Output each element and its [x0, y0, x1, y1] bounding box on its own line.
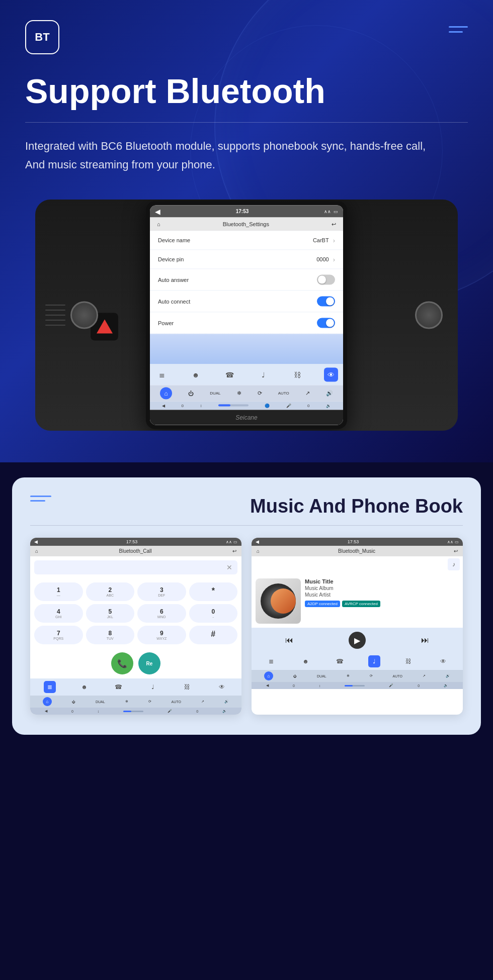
- home-btn[interactable]: ⌂: [160, 387, 172, 399]
- dial-key-5[interactable]: 5JKL: [86, 604, 135, 623]
- music-car-ctrl: ⌂ ⏻ DUAL ❄ ⟳ AUTO ↗ 🔊: [252, 670, 463, 682]
- call-snowflake-icon[interactable]: ❄: [125, 700, 128, 704]
- next-btn[interactable]: ⏭: [417, 632, 433, 648]
- call-home-btn[interactable]: ⌂: [43, 697, 52, 706]
- music-ac-icon[interactable]: ⟳: [370, 674, 373, 678]
- dial-key-9[interactable]: 9WXYZ: [137, 626, 186, 644]
- music-nav-person[interactable]: ☻: [299, 655, 311, 667]
- prev-btn[interactable]: ⏮: [281, 632, 297, 648]
- call-nav-link[interactable]: ⛓: [181, 681, 193, 693]
- power-toggle[interactable]: [317, 318, 335, 328]
- call-nav-phone[interactable]: ☎: [113, 681, 125, 693]
- nav-home-icon[interactable]: ⌂: [157, 221, 160, 227]
- call-nav-music[interactable]: ♩: [147, 681, 159, 693]
- dial-key-6[interactable]: 6MNO: [137, 604, 186, 623]
- music-vol-down[interactable]: 🔉: [444, 683, 448, 688]
- call-nav-person[interactable]: ☻: [78, 681, 90, 693]
- device-name-label: Device name: [158, 237, 190, 243]
- auto-answer-toggle[interactable]: [317, 274, 335, 284]
- nav-icon-eye[interactable]: 👁: [324, 367, 338, 381]
- call-fan-icon[interactable]: ↗: [201, 700, 204, 704]
- call-progress[interactable]: [123, 711, 143, 712]
- hamburger-menu[interactable]: [449, 20, 468, 33]
- vol-down-icon[interactable]: 🔉: [326, 403, 331, 408]
- call-home-icon[interactable]: ⌂: [35, 548, 38, 554]
- music-note-btn[interactable]: ♪: [448, 558, 460, 570]
- music-fan-icon[interactable]: ↗: [423, 674, 426, 678]
- screen-back-arrow[interactable]: ◀: [155, 207, 160, 215]
- dial-key-8[interactable]: 8TUV: [86, 626, 135, 644]
- dial-key-3[interactable]: 3DEF: [137, 582, 186, 601]
- call-vol-down[interactable]: 🔉: [222, 709, 227, 713]
- call-vol-icon[interactable]: 🔊: [224, 700, 229, 704]
- slider-progress[interactable]: [218, 405, 249, 407]
- music-snowflake-icon[interactable]: ❄: [347, 674, 350, 678]
- dial-key-4[interactable]: 4GHI: [34, 604, 83, 623]
- right-knob[interactable]: [415, 301, 443, 329]
- music-hamburger[interactable]: [30, 496, 51, 502]
- call-redial-btn[interactable]: Re: [138, 652, 160, 674]
- call-power-icon[interactable]: ⏻: [72, 700, 75, 704]
- ac-ctrl[interactable]: ⟳: [258, 390, 262, 397]
- call-back-icon[interactable]: ↩: [232, 548, 236, 554]
- music-back-arrow[interactable]: ◀: [256, 539, 259, 544]
- mic-icon[interactable]: 🎤: [286, 403, 291, 408]
- music-nav-link[interactable]: ⛓: [402, 655, 415, 667]
- bt-settings-list: Device name CarBT › Device pin 0000: [150, 231, 343, 334]
- music-home-icon[interactable]: ⌂: [257, 548, 260, 554]
- music-back-icon[interactable]: ↩: [454, 548, 458, 554]
- auto-connect-row[interactable]: Auto connect: [150, 290, 343, 312]
- power-row[interactable]: Power: [150, 312, 343, 334]
- dial-key-2[interactable]: 2ABC: [86, 582, 135, 601]
- call-nav-grid[interactable]: ≣: [44, 681, 56, 693]
- play-btn[interactable]: ▶: [349, 632, 366, 649]
- auto-connect-toggle[interactable]: [317, 296, 335, 306]
- dial-key-star[interactable]: *: [189, 582, 238, 601]
- call-answer-btn[interactable]: 📞: [111, 652, 133, 674]
- nav-icon-person[interactable]: ☻: [189, 367, 203, 381]
- dial-key-0[interactable]: 0-: [189, 604, 238, 623]
- music-nav-grid[interactable]: ≣: [265, 655, 277, 667]
- music-progress[interactable]: [345, 685, 365, 687]
- left-vent: [45, 285, 65, 345]
- call-status-icons: ∧∧ ▭: [226, 540, 237, 544]
- nav-icon-phone[interactable]: ☎: [222, 367, 236, 381]
- call-bottom-nav: ≣ ☻ ☎ ♩ ⛓ 👁: [30, 678, 241, 696]
- call-screen: ◀ 17:53 ∧∧ ▭ ⌂ Bluetooth_Call ↩ ✕ 1— 2AB…: [30, 538, 241, 715]
- call-back-arrow[interactable]: ◀: [34, 539, 38, 544]
- left-knob[interactable]: [70, 301, 98, 329]
- music-mic-icon[interactable]: 🎤: [389, 683, 393, 688]
- back-arrow-small[interactable]: ◀: [162, 403, 165, 408]
- music-vol-icon[interactable]: 🔊: [446, 674, 450, 678]
- snowflake-ctrl[interactable]: ❄: [237, 390, 241, 397]
- auto-answer-row[interactable]: Auto answer: [150, 269, 343, 290]
- music-home-btn[interactable]: ⌂: [264, 671, 273, 680]
- nav-back-icon[interactable]: ↩: [332, 221, 336, 227]
- device-name-row[interactable]: Device name CarBT ›: [150, 231, 343, 250]
- vol-ctrl[interactable]: 🔊: [326, 390, 333, 397]
- device-pin-row[interactable]: Device pin 0000 ›: [150, 250, 343, 269]
- nav-icon-grid[interactable]: ≣: [155, 367, 169, 381]
- nav-icon-link[interactable]: ⛓: [290, 367, 304, 381]
- music-nav-phone[interactable]: ☎: [334, 655, 346, 667]
- dual-label: DUAL: [210, 391, 220, 396]
- call-back-small[interactable]: ◀: [45, 709, 47, 713]
- fan-ctrl[interactable]: ↗: [305, 390, 310, 397]
- bt-logo: BT: [25, 20, 59, 54]
- call-ac-icon[interactable]: ⟳: [148, 700, 151, 704]
- call-clear-btn[interactable]: ✕: [226, 563, 232, 571]
- car-background: ◀ 17:53 ∧∧ ▭ ⌂ Bluetooth_Settings ↩: [35, 200, 458, 431]
- music-back-small[interactable]: ◀: [266, 683, 269, 688]
- music-nav-eye[interactable]: 👁: [437, 655, 449, 667]
- dial-key-7[interactable]: 7PQRS: [34, 626, 83, 644]
- call-nav-eye[interactable]: 👁: [216, 681, 228, 693]
- music-nav-music[interactable]: ♩: [368, 655, 380, 667]
- dial-key-1[interactable]: 1—: [34, 582, 83, 601]
- home-ctrl[interactable]: ⌂: [160, 387, 172, 399]
- call-mic-icon[interactable]: 🎤: [168, 709, 172, 713]
- nav-icon-music[interactable]: ♩: [257, 367, 271, 381]
- power-ctrl[interactable]: ⏻: [188, 390, 194, 396]
- music-power-icon[interactable]: ⏻: [293, 674, 297, 678]
- dial-key-hash[interactable]: #: [189, 626, 238, 644]
- call-time: 17:53: [126, 539, 138, 544]
